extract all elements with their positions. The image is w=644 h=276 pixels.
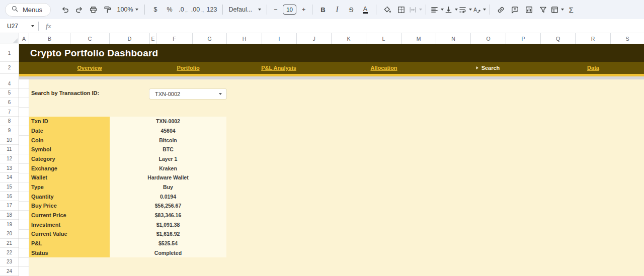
record-field-label[interactable]: Symbol [29, 146, 110, 152]
record-field-label[interactable]: Date [29, 128, 110, 134]
select-all-corner[interactable] [0, 33, 19, 44]
table-row[interactable]: StatusCompleted [29, 248, 226, 257]
column-header-G[interactable]: G [193, 33, 227, 44]
table-row[interactable]: Txn IDTXN-0002 [29, 117, 226, 126]
column-header-Q[interactable]: Q [541, 33, 576, 44]
menus-search-button[interactable]: Menus [5, 3, 51, 17]
row-header-10[interactable]: 10 [0, 135, 19, 145]
nav-item-p-l-analysis[interactable]: P&L Analysis [261, 62, 296, 74]
italic-button[interactable]: I [331, 3, 344, 17]
insert-link-button[interactable] [494, 3, 508, 17]
record-field-label[interactable]: Buy Price [29, 203, 110, 209]
table-row[interactable]: SymbolBTC [29, 145, 226, 154]
row-header-4[interactable]: 4 [0, 79, 19, 89]
record-field-value[interactable]: Buy [110, 184, 226, 190]
record-field-value[interactable]: $1,616.92 [110, 231, 226, 237]
strikethrough-button[interactable]: S [345, 3, 358, 17]
column-header-R[interactable]: R [576, 33, 611, 44]
record-field-label[interactable]: Txn ID [29, 118, 110, 124]
row-header-24[interactable]: 24 [0, 267, 19, 276]
table-row[interactable]: ExchangeKraken [29, 163, 226, 173]
decrease-decimal-button[interactable]: .0← [177, 3, 191, 17]
record-field-value[interactable]: $1,091.38 [110, 222, 226, 228]
row-header-21[interactable]: 21 [0, 239, 19, 248]
table-row[interactable]: Date45604 [29, 126, 226, 136]
increase-font-size-button[interactable]: + [299, 3, 308, 17]
font-family-dropdown[interactable]: Defaul... [227, 3, 263, 17]
row-header-16[interactable]: 16 [0, 192, 19, 201]
column-header-K[interactable]: K [332, 33, 366, 44]
insert-comment-button[interactable] [508, 3, 522, 17]
row-header-6[interactable]: 6 [0, 98, 19, 108]
record-field-value[interactable]: BTC [110, 146, 226, 152]
vertical-align-button[interactable] [444, 3, 458, 17]
record-field-value[interactable]: 45604 [110, 128, 226, 134]
horizontal-align-button[interactable] [430, 3, 444, 17]
row-header-8[interactable]: 8 [0, 117, 19, 126]
record-field-label[interactable]: Current Value [29, 231, 110, 237]
print-button[interactable] [87, 3, 100, 17]
row-header-20[interactable]: 20 [0, 229, 19, 239]
nav-item-search[interactable]: Search [476, 62, 500, 74]
record-field-label[interactable]: Current Price [29, 212, 110, 218]
record-field-value[interactable]: Kraken [110, 165, 226, 171]
column-header-B[interactable]: B [29, 33, 70, 44]
column-header-N[interactable]: N [436, 33, 471, 44]
create-filter-button[interactable] [536, 3, 550, 17]
table-row[interactable]: Investment$1,091.38 [29, 220, 226, 229]
column-header-F[interactable]: F [156, 33, 193, 44]
name-box[interactable]: U27 [0, 23, 38, 30]
record-field-label[interactable]: Type [29, 184, 110, 190]
row-header-19[interactable]: 19 [0, 220, 19, 229]
column-header-S[interactable]: S [611, 33, 644, 44]
record-field-label[interactable]: Category [29, 156, 110, 162]
paint-format-button[interactable] [101, 3, 114, 17]
record-field-label[interactable]: Investment [29, 222, 110, 228]
record-field-label[interactable]: Exchange [29, 165, 110, 171]
table-row[interactable]: CategoryLayer 1 [29, 154, 226, 164]
record-field-value[interactable]: Layer 1 [110, 156, 226, 162]
text-color-button[interactable]: A [359, 3, 372, 17]
record-field-value[interactable]: 0.0194 [110, 194, 226, 200]
row-header-1[interactable]: 1 [0, 44, 19, 62]
record-field-value[interactable]: Bitcoin [110, 137, 226, 143]
record-field-value[interactable]: $525.54 [110, 240, 226, 246]
column-header-O[interactable]: O [471, 33, 506, 44]
text-rotation-button[interactable]: A [472, 3, 486, 17]
record-field-label[interactable]: Wallet [29, 174, 110, 180]
record-field-label[interactable]: Coin [29, 137, 110, 143]
column-header-H[interactable]: H [227, 33, 262, 44]
table-row[interactable]: Quantity0.0194 [29, 192, 226, 201]
decrease-font-size-button[interactable]: − [271, 3, 280, 17]
column-header-M[interactable]: M [401, 33, 436, 44]
undo-button[interactable] [58, 3, 72, 17]
table-row[interactable]: Buy Price$56,256.67 [29, 201, 226, 211]
redo-button[interactable] [72, 3, 86, 17]
insert-table-button[interactable] [550, 3, 564, 17]
fx-icon[interactable]: fx [46, 22, 51, 30]
record-field-value[interactable]: $56,256.67 [110, 203, 226, 209]
table-row[interactable]: Current Value$1,616.92 [29, 229, 226, 239]
column-header-P[interactable]: P [506, 33, 541, 44]
bold-button[interactable]: B [316, 3, 330, 17]
nav-item-portfolio[interactable]: Portfolio [177, 62, 199, 74]
row-header-15[interactable]: 15 [0, 182, 19, 192]
record-field-value[interactable]: $83,346.16 [110, 212, 226, 218]
record-field-label[interactable]: P&L [29, 240, 110, 246]
column-header-E[interactable]: E [150, 33, 156, 44]
column-a-strip[interactable] [19, 79, 29, 276]
record-field-value[interactable]: TXN-0002 [110, 118, 226, 124]
row-header-2[interactable]: 2 [0, 62, 19, 74]
format-percent-button[interactable]: % [163, 3, 177, 17]
record-field-label[interactable]: Quantity [29, 194, 110, 200]
nav-item-overview[interactable]: Overview [77, 62, 102, 74]
row-header-17[interactable]: 17 [0, 201, 19, 211]
table-row[interactable]: P&L$525.54 [29, 239, 226, 248]
row-header-14[interactable]: 14 [0, 173, 19, 182]
merge-cells-button[interactable] [409, 3, 422, 17]
column-header-I[interactable]: I [262, 33, 297, 44]
column-header-L[interactable]: L [366, 33, 401, 44]
record-field-value[interactable]: Completed [110, 250, 226, 256]
table-row[interactable]: TypeBuy [29, 182, 226, 192]
column-header-A[interactable]: A [19, 33, 29, 44]
